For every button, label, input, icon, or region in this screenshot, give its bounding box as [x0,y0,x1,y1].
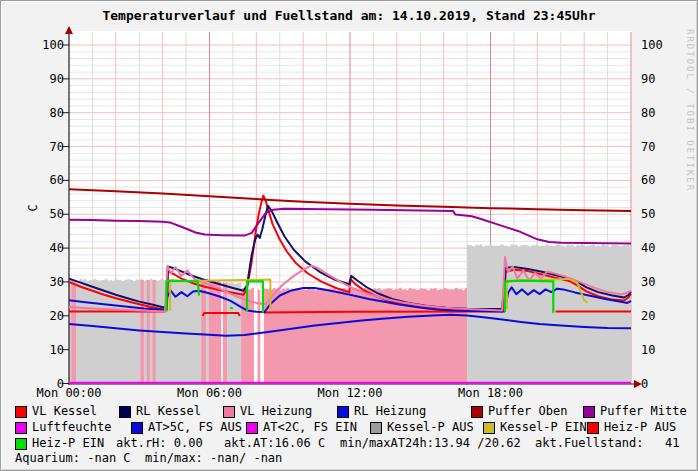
x-tick-label: Mon 00:00 [36,386,101,400]
legend-row: LuftfeuchteAT>5C, FS AUSAT<2C, FS EINKes… [1,421,697,435]
y-tick-label-right: 90 [641,72,655,86]
legend-swatch [15,438,27,450]
legend-item: Heiz-P EIN [15,437,104,450]
legend-label: RL Heizung [354,405,426,418]
legend-item: Aquarium: -nan C min/max: -nan/ -nan [15,452,282,465]
legend-label: AT<2C, FS EIN [263,421,357,434]
legend-label: Kessel-P EIN [500,421,587,434]
y-axis-arrow [65,26,73,34]
legend-item: akt.Fuellstand: 41 [535,437,680,450]
legend-swatch [337,406,349,418]
legend-label: min/maxAT24h:13.94 /20.62 [340,437,521,450]
legend-item: VL Kessel [15,405,97,418]
x-tick-label: Mon 06:00 [177,386,242,400]
legend-swatch [131,422,143,434]
legend-label: Puffer Mitte [600,405,687,418]
y-tick-label-left: 50 [50,207,64,221]
y-tick-label-right: 10 [641,343,655,357]
legend-swatch [483,422,495,434]
legend-label: akt.rH: 0.00 [116,437,203,450]
y-tick-label-left: 90 [50,72,64,86]
rrd-graph-window: Temperaturverlauf und Fuellstand am: 14.… [0,0,698,471]
y-axis-unit-label: C [26,204,40,211]
y-tick-label-right: 80 [641,106,655,120]
legend-item: Luftfeuchte [15,421,111,434]
legend-row: VL KesselRL KesselVL HeizungRL HeizungPu… [1,405,697,419]
legend-label: Heiz-P EIN [32,437,104,450]
y-tick-label-left: 40 [50,241,64,255]
legend-swatch [587,422,599,434]
legend-label: Puffer Oben [488,405,567,418]
pink-state-stripe [71,280,76,384]
legend-item: AT>5C, FS AUS [131,421,242,434]
legend-swatch [583,406,595,418]
legend-item: RL Kessel [119,405,201,418]
legend-label: RL Kessel [136,405,201,418]
legend-label: Luftfeuchte [32,421,111,434]
legend-item: min/maxAT24h:13.94 /20.62 [340,437,521,450]
legend-label: VL Kessel [32,405,97,418]
y-tick-label-left: 100 [42,38,64,52]
legend-swatch [223,406,235,418]
legend-label: akt.Fuellstand: 41 [535,437,680,450]
y-tick-label-right: 0 [641,377,648,391]
legend-label: akt.AT:16.06 C [224,437,325,450]
legend-swatch [119,406,131,418]
legend-item: Kessel-P AUS [370,421,474,434]
y-tick-label-right: 40 [641,241,655,255]
legend-swatch [246,422,258,434]
y-tick-label-left: 80 [50,106,64,120]
y-tick-label-right: 30 [641,275,655,289]
y-tick-label-right: 70 [641,140,655,154]
y-tick-label-left: 30 [50,275,64,289]
y-tick-label-right: 20 [641,309,655,323]
y-tick-label-left: 10 [50,343,64,357]
legend-row: Aquarium: -nan C min/max: -nan/ -nan [1,452,697,466]
pink-state-stripe [140,280,144,384]
legend-label: VL Heizung [240,405,312,418]
legend-item: akt.AT:16.06 C [224,437,325,450]
y-tick-label-right: 60 [641,173,655,187]
legend-label: Heiz-P AUS [604,421,676,434]
legend-row: Heiz-P EINakt.rH: 0.00akt.AT:16.06 Cmin/… [1,437,697,451]
y-tick-label-left: 60 [50,173,64,187]
y-tick-label-right: 50 [641,207,655,221]
legend-item: Heiz-P AUS [587,421,676,434]
legend-label: Kessel-P AUS [387,421,474,434]
y-tick-label-left: 70 [50,140,64,154]
area-kessel-p-aus-evening [467,244,631,384]
x-tick-label: Mon 18:00 [458,386,523,400]
series-heiz_p_ein [230,308,233,309]
y-tick-label-right: 100 [641,38,663,52]
legend-swatch [471,406,483,418]
legend-swatch [370,422,382,434]
legend-item: AT<2C, FS EIN [246,421,357,434]
legend-item: Kessel-P EIN [483,421,587,434]
legend-label: Aquarium: -nan C min/max: -nan/ -nan [15,452,282,465]
y-tick-label-left: 20 [50,309,64,323]
legend-swatch [15,422,27,434]
area-heiz-p-aus-day [241,287,467,383]
legend-label: AT>5C, FS AUS [148,421,242,434]
legend-item: VL Heizung [223,405,312,418]
pink-state-stripe [201,280,206,384]
legend-swatch [15,406,27,418]
legend-item: Puffer Oben [471,405,567,418]
state-gap [221,279,223,384]
legend-item: Puffer Mitte [583,405,687,418]
legend-item: akt.rH: 0.00 [116,437,203,450]
rrdtool-watermark: RRDTOOL / TOBI OETIKER [685,29,695,192]
temperature-chart: 0010102020303040405050606070708080909010… [1,1,698,405]
legend-item: RL Heizung [337,405,426,418]
x-tick-label: Mon 12:00 [317,386,382,400]
